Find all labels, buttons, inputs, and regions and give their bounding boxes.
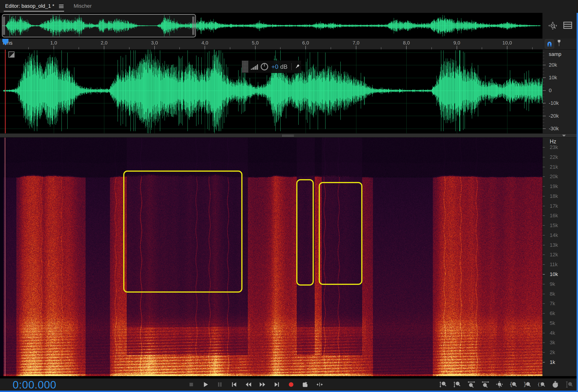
zoom-in-right-edge-button[interactable]: }: [523, 380, 532, 389]
freq-tick: [543, 176, 545, 177]
marker-tool-icon[interactable]: [557, 39, 561, 47]
display-split-toggle[interactable]: [8, 51, 14, 57]
spectral-annotation-box[interactable]: [296, 179, 314, 286]
zoom-navigate-button[interactable]: [495, 380, 504, 389]
hud-separator: [291, 63, 291, 70]
window-edge-bottom: [0, 391, 578, 392]
pin-icon[interactable]: [294, 64, 300, 69]
selection-right-handle[interactable]: [193, 17, 195, 35]
freq-tick: [543, 254, 545, 255]
ruler-tick-minor: [331, 47, 331, 49]
amp-tick-minor: [543, 62, 544, 62]
freq-tick: [543, 245, 545, 245]
rewind-button[interactable]: [244, 380, 252, 389]
amplitude-scale-title: samp: [549, 51, 561, 57]
selection-left-handle[interactable]: [3, 17, 5, 35]
amp-scale-label: 20k: [549, 62, 557, 68]
freq-tick: [543, 206, 545, 206]
ruler-tick-minor: [28, 47, 29, 49]
panel-menu-icon[interactable]: [58, 4, 64, 8]
ruler-tick-major: [507, 46, 507, 49]
amplitude-scale[interactable]: samp 20k10k0-10k-20k-30k: [542, 49, 578, 133]
collapse-arrow-icon[interactable]: [562, 135, 566, 137]
zoom-out-horizontal-button[interactable]: [481, 380, 490, 389]
ruler-label: 6,0: [302, 40, 309, 46]
freq-tick: [543, 352, 545, 353]
playhead-line-waveform: [5, 49, 6, 133]
ruler-tick-minor: [280, 47, 281, 49]
amp-tick-minor: [543, 88, 544, 88]
amp-tick-minor: [543, 113, 544, 113]
zoom-navigate-icon[interactable]: [548, 21, 558, 31]
amp-tick-minor: [543, 59, 544, 59]
tab-bar: Editor: basop_old_1 * Mischer: [0, 0, 578, 13]
freq-scale-label: 16k: [550, 213, 558, 219]
skip-to-end-button[interactable]: [273, 380, 281, 389]
freq-scale-label: 8k: [550, 291, 555, 297]
zoom-in-vertical-button[interactable]: [439, 380, 447, 389]
panel-list-icon[interactable]: [563, 21, 572, 29]
frequency-scale-title: Hz: [550, 139, 556, 145]
overview-strip[interactable]: [0, 13, 542, 39]
gain-value[interactable]: +0: [271, 63, 279, 70]
ruler-tick-major: [406, 46, 407, 49]
freq-scale-label: 19k: [550, 183, 558, 190]
ruler-label: 2,0: [100, 40, 107, 46]
waveform-panel[interactable]: +0 dB: [0, 49, 542, 133]
ruler-label: 10,0: [502, 40, 512, 46]
freq-scale-label: 15k: [550, 222, 558, 229]
loop-playback-button[interactable]: [301, 380, 310, 389]
skip-selection-button[interactable]: [315, 380, 324, 389]
ruler-label: 9,0: [453, 40, 460, 46]
amp-scale-label: -30k: [549, 126, 559, 132]
freq-tick: [543, 196, 545, 196]
zoom-toolbar: {}{}: [439, 378, 574, 391]
freq-scale-label: 20k: [550, 174, 558, 180]
zoom-out-vertical-button[interactable]: [453, 380, 462, 389]
spectrogram-display[interactable]: [0, 138, 542, 376]
zoom-to-selection-button[interactable]: {}: [537, 380, 546, 389]
tab-mixer[interactable]: Mischer: [74, 0, 92, 13]
frequency-scale[interactable]: Hz 23k22k21k20k19k18k17k16k15k14k13k12k1…: [542, 138, 578, 376]
time-ruler[interactable]: hms 1,02,03,04,05,06,07,08,09,010,0: [0, 39, 578, 49]
zoom-in-left-edge-button[interactable]: {: [509, 380, 518, 389]
freq-tick: [543, 215, 545, 216]
divider-grip[interactable]: [282, 135, 294, 137]
zoom-in-horizontal-button[interactable]: [467, 380, 476, 389]
status-bar: 0:00.000 {}{}: [0, 378, 578, 391]
amp-tick-minor: [543, 94, 544, 94]
overview-selection[interactable]: [2, 14, 196, 37]
spectrogram-panel[interactable]: [0, 138, 542, 376]
snap-toggle[interactable]: [545, 39, 554, 49]
panel-divider[interactable]: [0, 133, 578, 138]
ruler-tick-minor: [79, 47, 79, 49]
ruler-label: 8,0: [403, 40, 410, 46]
time-display[interactable]: 0:00.000: [13, 379, 56, 391]
ruler-tick-minor: [179, 47, 180, 49]
spectral-annotation-box[interactable]: [123, 171, 242, 293]
freq-tick: [543, 235, 545, 236]
skip-to-start-button[interactable]: [230, 380, 238, 389]
hud-drag-handle[interactable]: [242, 61, 248, 73]
timer-button[interactable]: [551, 380, 560, 389]
freq-scale-label: 22k: [550, 154, 558, 160]
spectral-annotation-box[interactable]: [319, 182, 362, 285]
freq-tick: [543, 323, 545, 323]
ruler-label: 4,0: [201, 40, 208, 46]
amp-tick-minor: [543, 110, 544, 110]
amp-tick-major: [543, 77, 546, 78]
amp-scale-label: -10k: [549, 100, 559, 106]
pause-button[interactable]: [216, 380, 224, 389]
volume-bars-icon: [251, 64, 258, 70]
gain-hud[interactable]: +0 dB: [241, 60, 301, 73]
freq-scale-label: 7k: [550, 300, 555, 307]
record-button[interactable]: [287, 380, 295, 389]
freq-tick: [543, 284, 545, 284]
amp-tick-minor: [543, 81, 544, 81]
fast-forward-button[interactable]: [258, 380, 267, 389]
play-button[interactable]: [201, 380, 210, 389]
stop-button[interactable]: [187, 380, 195, 389]
gain-knob[interactable]: [261, 63, 268, 70]
ruler-tick-major: [104, 46, 104, 49]
amp-scale-label: 10k: [549, 75, 557, 81]
